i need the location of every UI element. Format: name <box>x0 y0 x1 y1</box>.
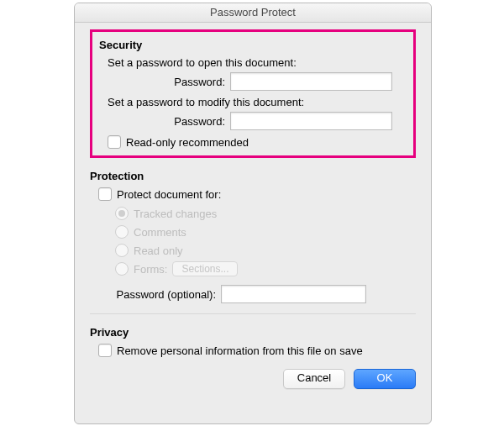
security-modify-password-input[interactable] <box>230 112 392 130</box>
protection-heading: Protection <box>90 170 416 182</box>
sections-button: Sections... <box>172 261 238 276</box>
privacy-heading: Privacy <box>90 326 416 339</box>
readonly-recommended-label: Read-only recommended <box>126 136 249 149</box>
tracked-changes-radio <box>115 207 129 220</box>
security-modify-password-label: Password: <box>108 115 230 128</box>
protect-document-for-label: Protect document for: <box>117 188 221 201</box>
read-only-label: Read only <box>134 245 183 257</box>
cancel-button[interactable]: Cancel <box>283 369 345 389</box>
protect-document-for-checkbox[interactable] <box>98 187 112 201</box>
remove-personal-info-checkbox[interactable] <box>98 344 112 357</box>
protection-options-group: Tracked changes Comments Read only Forms… <box>115 204 416 278</box>
comments-label: Comments <box>134 226 186 239</box>
security-section-highlight: Security Set a password to open this doc… <box>90 29 416 158</box>
security-open-prompt: Set a password to open this document: <box>108 56 407 69</box>
password-protect-dialog: Password Protect Security Set a password… <box>74 3 432 424</box>
remove-personal-info-label: Remove personal information from this fi… <box>117 344 363 357</box>
comments-radio <box>115 225 129 239</box>
tracked-changes-label: Tracked changes <box>134 208 217 220</box>
read-only-radio <box>115 244 129 257</box>
forms-radio <box>115 262 129 276</box>
security-heading: Security <box>99 39 407 51</box>
protection-password-input[interactable] <box>221 285 366 303</box>
readonly-recommended-checkbox[interactable] <box>108 135 121 149</box>
ok-button[interactable]: OK <box>354 369 416 389</box>
security-modify-prompt: Set a password to modify this document: <box>108 96 407 108</box>
divider <box>90 313 416 314</box>
protection-password-label: Password (optional): <box>98 288 221 301</box>
security-open-password-label: Password: <box>108 76 230 88</box>
forms-label: Forms: <box>134 263 167 276</box>
window-title: Password Protect <box>75 3 431 23</box>
security-open-password-input[interactable] <box>230 72 392 91</box>
